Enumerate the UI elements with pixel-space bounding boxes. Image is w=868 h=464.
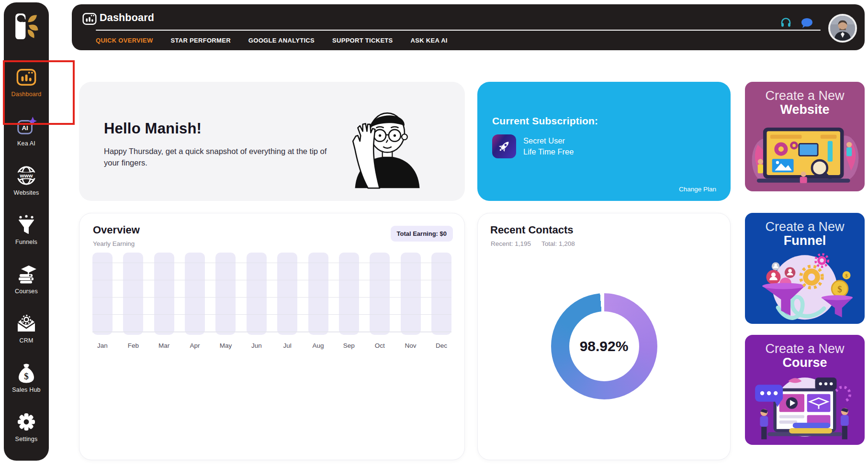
kea-logo-icon <box>11 12 42 42</box>
chart-column: Jun <box>247 253 267 349</box>
sidebar-item-label: Sales Hub <box>12 387 40 393</box>
plan-user: Secret User <box>523 136 565 145</box>
top-header: Dashboard QUICK OVERVIEW STAR PERFORMER … <box>72 4 865 50</box>
chart-column: Aug <box>308 253 328 349</box>
sidebar-item-crm[interactable]: CRM <box>16 313 37 344</box>
contacts-stats: Recent: 1,195 Total: 1,208 <box>491 240 575 247</box>
funnel-icon <box>16 214 37 235</box>
sidebar-item-kea-ai[interactable]: AI Kea AI <box>16 116 37 147</box>
sidebar-item-label: Kea AI <box>17 140 35 147</box>
svg-text:$: $ <box>24 371 29 381</box>
sidebar-item-settings[interactable]: Settings <box>15 411 38 442</box>
chart-bar <box>308 253 328 335</box>
overview-title: Overview <box>93 224 140 236</box>
sidebar-item-dashboard[interactable]: Dashboard <box>11 66 42 98</box>
gear-icon <box>16 411 37 432</box>
chart-month-label: Nov <box>405 342 417 349</box>
sidebar-item-label: Settings <box>15 436 38 442</box>
svg-text:www: www <box>20 173 33 178</box>
promo-line1: Create a New <box>745 342 865 356</box>
chart-column: Nov <box>401 253 421 349</box>
chart-bar <box>370 253 390 335</box>
change-plan-link[interactable]: Change Plan <box>679 186 716 193</box>
envelope-gear-icon <box>16 313 37 334</box>
overview-subtitle: Yearly Earning <box>93 240 135 247</box>
chart-column: Feb <box>123 253 143 349</box>
welcome-subtitle: Happy Thursday, get a quick snapshot of … <box>104 146 334 169</box>
kea-ai-icon: AI <box>16 116 37 137</box>
chart-month-label: Oct <box>375 342 385 349</box>
chart-month-label: Mar <box>158 342 169 349</box>
course-illustration <box>749 371 861 443</box>
svg-text:$: $ <box>837 284 842 294</box>
chart-bar <box>431 253 451 335</box>
chart-month-label: May <box>220 342 232 349</box>
sidebar-item-label: Funnels <box>15 239 37 245</box>
create-course-card[interactable]: Create a New Course <box>745 335 865 445</box>
header-tabs: QUICK OVERVIEW STAR PERFORMER GOOGLE ANA… <box>96 32 448 48</box>
chart-column: Jan <box>92 253 113 349</box>
sidebar-item-courses[interactable]: Courses <box>15 264 38 295</box>
sidebar-item-label: Websites <box>14 189 39 196</box>
contacts-donut-chart: 98.92% <box>551 293 657 399</box>
create-funnel-card[interactable]: Create a New Funnel $ $ <box>745 213 865 324</box>
contacts-total-count: Total: 1,208 <box>541 240 575 247</box>
sidebar-item-label: Courses <box>15 288 38 295</box>
welcome-title: Hello Manish! <box>104 120 202 137</box>
dashboard-title-icon <box>82 12 97 27</box>
headset-icon[interactable] <box>780 17 792 30</box>
globe-www-icon: www <box>16 165 37 186</box>
chart-month-label: Apr <box>190 342 200 349</box>
chart-column: Oct <box>370 253 390 349</box>
chart-month-label: Dec <box>436 342 447 349</box>
recent-contacts-card: Recent Contacts Recent: 1,195 Total: 1,2… <box>477 213 731 460</box>
books-icon <box>16 264 37 285</box>
user-avatar[interactable] <box>828 14 857 43</box>
tab-star-performer[interactable]: STAR PERFORMER <box>171 37 231 44</box>
promo-line1: Create a New <box>745 220 865 234</box>
chart-bar <box>185 253 205 335</box>
total-earning-badge: Total Earning: $0 <box>391 226 453 242</box>
sidebar-item-label: Dashboard <box>11 91 42 98</box>
waving-person-illustration <box>335 94 440 201</box>
create-website-card[interactable]: Create a New Website <box>745 82 865 191</box>
overview-card: Overview Yearly Earning Total Earning: $… <box>79 213 465 460</box>
chart-bar <box>339 253 359 335</box>
tab-ask-kea-ai[interactable]: ASK KEA AI <box>411 37 448 44</box>
sidebar-item-label: CRM <box>19 337 33 344</box>
plan-name: Life Time Free <box>523 147 574 156</box>
yearly-earning-bar-chart: JanFebMarAprMayJunJulAugSepOctNovDec <box>92 263 451 349</box>
donut-center: 98.92% <box>569 311 639 381</box>
donut-percentage: 98.92% <box>580 338 629 354</box>
promo-line2: Course <box>745 355 865 370</box>
contacts-recent-count: Recent: 1,195 <box>491 240 531 247</box>
header-divider <box>96 30 821 31</box>
dashboard-icon <box>16 66 37 88</box>
chart-column: Sep <box>339 253 359 349</box>
website-illustration <box>749 118 861 189</box>
chart-month-label: Sep <box>343 342 355 349</box>
tab-quick-overview[interactable]: QUICK OVERVIEW <box>96 37 153 44</box>
chart-bar <box>92 253 113 335</box>
money-bag-icon: $ <box>16 362 37 383</box>
chart-column: Apr <box>185 253 205 349</box>
chat-icon[interactable] <box>801 18 813 31</box>
svg-text:$: $ <box>845 273 847 278</box>
subscription-title: Current Subscription: <box>492 115 598 127</box>
chart-column: Mar <box>154 253 174 349</box>
chart-bar <box>123 253 143 335</box>
welcome-card: Hello Manish! Happy Thursday, get a quic… <box>79 82 465 201</box>
chart-month-label: Jul <box>283 342 292 349</box>
sidebar-item-sales-hub[interactable]: $ Sales Hub <box>12 362 40 393</box>
chart-bar <box>247 253 267 335</box>
sidebar-item-websites[interactable]: www Websites <box>14 165 39 196</box>
tab-google-analytics[interactable]: GOOGLE ANALYTICS <box>248 37 315 44</box>
sidebar-item-funnels[interactable]: Funnels <box>15 214 37 245</box>
promo-line2: Website <box>745 102 865 117</box>
promo-line2: Funnel <box>745 233 865 248</box>
chart-month-label: Jan <box>97 342 108 349</box>
tab-support-tickets[interactable]: SUPPORT TICKETS <box>332 37 393 44</box>
chart-bar <box>154 253 174 335</box>
chart-bar <box>277 253 297 335</box>
chart-bar <box>401 253 421 335</box>
